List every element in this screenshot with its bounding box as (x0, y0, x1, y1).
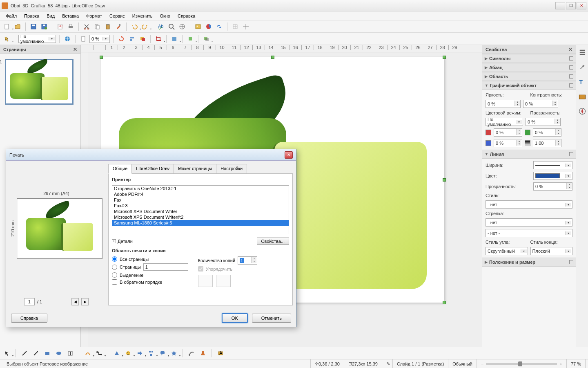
maximize-button[interactable]: ☐ (566, 2, 576, 9)
cut-icon[interactable] (82, 22, 91, 31)
printer-list-item[interactable]: Отправить в OneNote 2013#:1 (112, 186, 289, 191)
section-line[interactable]: ▼Линия (482, 150, 576, 159)
wrench-icon[interactable] (578, 63, 586, 71)
open-icon[interactable] (13, 22, 22, 31)
printer-list-item[interactable]: Fax#:3 (112, 203, 289, 209)
copies-input[interactable]: 1 (238, 256, 257, 265)
section-area[interactable]: ▶Область (482, 72, 576, 81)
fontwork-icon[interactable]: A (216, 349, 225, 358)
printer-list-item[interactable]: Microsoft XPS Document Writer#:2 (112, 214, 289, 220)
select-tool-icon[interactable] (2, 349, 11, 358)
line-arrow1-combo[interactable]: - нет - (486, 218, 572, 227)
tab-draw[interactable]: LibreOffice Draw (131, 164, 174, 174)
menu-window[interactable]: Окно (156, 13, 174, 19)
tab-settings[interactable]: Настройки (216, 164, 247, 174)
pages-panel-close-icon[interactable]: ✕ (73, 47, 77, 52)
green-input[interactable]: 0 % (533, 128, 561, 137)
menu-view[interactable]: Вид (43, 13, 58, 19)
line-width-combo[interactable] (533, 161, 572, 169)
cancel-button[interactable]: Отменить (252, 314, 291, 323)
tab-general[interactable]: Общие (108, 164, 132, 174)
rectangle-tool-icon[interactable] (43, 349, 52, 358)
connector-tool-icon[interactable] (95, 349, 104, 358)
callout-icon[interactable] (158, 349, 167, 358)
status-save-icon[interactable]: ✎ (382, 359, 393, 368)
blue-input[interactable]: 0 % (494, 139, 522, 147)
save-as-icon[interactable] (40, 22, 49, 31)
properties-panel-close-icon[interactable]: ✕ (568, 47, 572, 52)
guides-icon[interactable] (241, 22, 250, 31)
menu-insert[interactable]: Вставка (59, 13, 82, 19)
selection-handle[interactable] (443, 301, 446, 304)
properties-icon[interactable] (578, 48, 586, 56)
slide-thumbnail[interactable]: 1 (5, 59, 74, 105)
menu-edit[interactable]: Правка (21, 13, 42, 19)
format-paintbrush-icon[interactable] (114, 22, 123, 31)
zoom-combo[interactable]: 0 % (89, 35, 110, 43)
arrange-icon[interactable] (138, 34, 147, 43)
printer-properties-button[interactable]: Свойства... (257, 238, 289, 245)
details-label[interactable]: Детали (118, 239, 133, 244)
section-symbols[interactable]: ▶Символы (482, 54, 576, 63)
curve-tool-icon[interactable] (83, 349, 92, 358)
shadow-icon[interactable] (202, 34, 211, 43)
cap-style-combo[interactable]: Плоский (530, 247, 573, 255)
line-style-combo[interactable]: - нет - (486, 200, 572, 209)
rotate-icon[interactable] (117, 34, 126, 43)
line-color-combo[interactable] (533, 172, 572, 180)
curve-edit-icon[interactable] (187, 349, 196, 358)
contrast-input[interactable]: 0 % (523, 100, 558, 108)
arrow-tool-icon[interactable] (2, 34, 11, 43)
minimize-button[interactable]: — (555, 2, 565, 9)
preview-prev-button[interactable]: ◀ (71, 298, 79, 305)
preview-page-input[interactable] (24, 298, 35, 305)
navigator-icon[interactable] (178, 22, 187, 31)
ellipse-tool-icon[interactable] (54, 349, 63, 358)
brightness-input[interactable]: 0 % (486, 100, 521, 108)
transparency-input[interactable]: 0 % (526, 118, 561, 126)
block-arrows-icon[interactable] (135, 349, 144, 358)
printer-list[interactable]: Отправить в OneNote 2013#:1Adobe PDF#:4F… (112, 185, 289, 234)
grid-icon[interactable] (231, 22, 240, 31)
print-icon[interactable] (66, 22, 75, 31)
printer-list-item[interactable]: Samsung ML-1860 Series#:5 (112, 220, 289, 226)
menu-help[interactable]: Справка (174, 13, 198, 19)
dialog-close-icon[interactable]: ✕ (285, 151, 293, 159)
new-doc-icon[interactable] (2, 22, 11, 31)
zoom-slider[interactable]: −+ (477, 359, 567, 368)
compass-icon[interactable] (578, 107, 586, 115)
copy-icon[interactable] (93, 22, 102, 31)
gamma-input[interactable]: 1,00 (533, 139, 561, 147)
menu-file[interactable]: Файл (2, 13, 20, 19)
selection-handle[interactable] (271, 56, 274, 59)
align-icon[interactable] (127, 34, 136, 43)
corner-style-combo[interactable]: Скруглённый (486, 247, 528, 255)
hyperlink-icon[interactable] (215, 22, 224, 31)
redo-icon[interactable] (140, 22, 149, 31)
style-combo[interactable]: По умолчанию (18, 35, 56, 43)
zoom-icon[interactable] (167, 22, 176, 31)
export-pdf-icon[interactable]: PDF (56, 22, 65, 31)
text-tool-icon[interactable]: T (66, 349, 75, 358)
chart-icon[interactable] (204, 22, 213, 31)
selection-handle[interactable] (100, 56, 103, 59)
gallery-icon[interactable] (578, 92, 586, 101)
undo-icon[interactable] (130, 22, 139, 31)
line-arrow2-combo[interactable]: - нет - (486, 229, 572, 237)
arrow-line-icon[interactable] (31, 349, 40, 358)
radio-all-pages[interactable] (112, 256, 117, 262)
menu-modify[interactable]: Изменить (129, 13, 156, 19)
pages-range-input[interactable] (143, 263, 188, 271)
printer-list-item[interactable]: Fax (112, 197, 289, 203)
radio-pages[interactable] (112, 265, 117, 270)
line-transparency-input[interactable]: 0 % (533, 182, 572, 191)
effects-icon[interactable] (186, 34, 195, 43)
printer-list-item[interactable]: Adobe PDF#:4 (112, 191, 289, 197)
filter-icon[interactable] (170, 34, 179, 43)
menu-format[interactable]: Формат (83, 13, 105, 19)
basic-shapes-icon[interactable] (112, 349, 121, 358)
details-expand-icon[interactable]: + (112, 239, 116, 243)
selection-handle[interactable] (443, 56, 446, 59)
symbol-shapes-icon[interactable] (124, 349, 133, 358)
paste-icon[interactable] (103, 22, 112, 31)
